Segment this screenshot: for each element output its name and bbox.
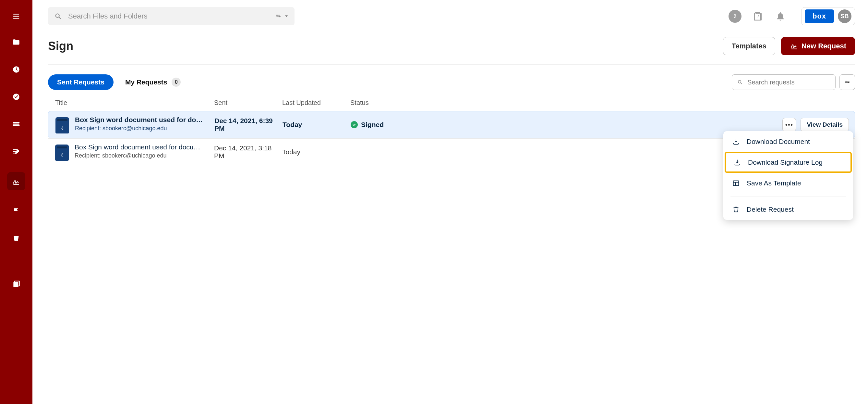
clock-icon[interactable] xyxy=(10,63,23,76)
svg-rect-25 xyxy=(734,181,739,186)
trash-icon xyxy=(733,206,740,213)
help-icon[interactable] xyxy=(728,10,742,23)
tasks-icon[interactable] xyxy=(751,10,764,23)
global-search[interactable] xyxy=(48,7,294,25)
menu-download-signature-log[interactable]: Download Signature Log xyxy=(725,152,852,173)
menu-download-document[interactable]: Download Document xyxy=(723,131,853,152)
col-updated: Last Updated xyxy=(282,99,350,107)
main-content: box SB Sign Templates New Request Sent R… xyxy=(32,0,868,404)
folder-icon[interactable] xyxy=(10,36,23,49)
tab-my-requests-count: 0 xyxy=(172,78,181,87)
row-recipient: Recipient: sbookerc@uchicago.edu xyxy=(74,152,200,159)
document-sign-icon: ℓ xyxy=(56,117,69,134)
more-button[interactable]: ••• xyxy=(782,118,796,132)
requests-search[interactable] xyxy=(732,75,836,90)
menu-label: Download Signature Log xyxy=(748,158,823,166)
bell-icon[interactable] xyxy=(774,10,787,23)
tab-sent-requests[interactable]: Sent Requests xyxy=(48,75,114,90)
menu-label: Save As Template xyxy=(747,179,801,187)
row-status: Signed xyxy=(351,121,847,128)
svg-rect-24 xyxy=(845,83,849,83)
svg-rect-16 xyxy=(276,17,281,17)
document-sign-icon: ℓ xyxy=(55,145,69,161)
flag-icon[interactable] xyxy=(10,205,23,218)
cup-icon[interactable] xyxy=(10,232,23,245)
search-icon xyxy=(55,13,62,20)
svg-point-17 xyxy=(735,17,735,18)
row-updated: Today xyxy=(282,121,351,128)
page-title: Sign xyxy=(48,39,73,53)
filter-button[interactable] xyxy=(839,75,855,90)
svg-line-20 xyxy=(741,83,742,84)
stack-icon[interactable] xyxy=(10,277,23,290)
tab-my-requests-label: My Requests xyxy=(125,78,167,86)
global-search-input[interactable] xyxy=(67,12,269,21)
svg-rect-22 xyxy=(845,81,849,82)
templates-button[interactable]: Templates xyxy=(723,37,775,55)
tab-my-requests[interactable]: My Requests 0 xyxy=(125,78,181,87)
requests-search-input[interactable] xyxy=(747,78,830,86)
svg-line-12 xyxy=(59,17,61,19)
row-sent: Dec 14, 2021, 3:18 PM xyxy=(214,144,282,160)
status-text: Signed xyxy=(361,121,384,128)
box-logo: box xyxy=(805,9,834,23)
note-edit-icon[interactable] xyxy=(10,145,23,158)
row-recipient: Recipient: sbookerc@uchicago.edu xyxy=(75,125,205,132)
hamburger-icon[interactable] xyxy=(10,10,23,23)
avatar[interactable]: SB xyxy=(838,9,851,23)
row-sent: Dec 14, 2021, 6:39 PM xyxy=(214,117,282,133)
new-request-button[interactable]: New Request xyxy=(781,37,855,55)
col-status: Status xyxy=(350,99,848,107)
menu-label: Delete Request xyxy=(747,206,794,213)
svg-rect-14 xyxy=(276,15,280,16)
tabs-row: Sent Requests My Requests 0 xyxy=(48,75,855,90)
download-icon xyxy=(734,159,741,166)
check-circle-icon[interactable] xyxy=(10,90,23,103)
template-icon xyxy=(733,180,740,187)
divider xyxy=(48,64,855,65)
topbar: box SB xyxy=(48,7,855,25)
menu-delete-request[interactable]: Delete Request xyxy=(723,199,853,220)
menu-label: Download Document xyxy=(747,138,810,145)
sign-icon[interactable] xyxy=(7,172,25,190)
lines-icon[interactable] xyxy=(10,118,23,131)
sidebar xyxy=(0,0,32,404)
page-header: Sign Templates New Request xyxy=(48,37,855,55)
account-switcher[interactable]: box SB xyxy=(801,7,855,25)
check-icon xyxy=(351,121,358,128)
table-header: Title Sent Last Updated Status xyxy=(48,99,855,111)
search-icon xyxy=(737,79,743,85)
menu-save-as-template[interactable]: Save As Template xyxy=(723,173,853,194)
search-options-icon[interactable] xyxy=(274,13,288,20)
view-details-button[interactable]: View Details xyxy=(801,118,849,132)
col-sent: Sent xyxy=(214,99,282,107)
col-title: Title xyxy=(55,99,214,107)
signature-icon xyxy=(790,42,798,50)
row-updated: Today xyxy=(282,148,350,156)
menu-separator xyxy=(731,196,846,197)
row-title: Box Sign word document used for docu… xyxy=(75,116,205,124)
new-request-label: New Request xyxy=(802,42,846,50)
row-title: Box Sign word document used for docu… xyxy=(74,143,200,151)
row-context-menu: Download Document Download Signature Log… xyxy=(723,131,853,220)
download-icon xyxy=(733,138,740,145)
